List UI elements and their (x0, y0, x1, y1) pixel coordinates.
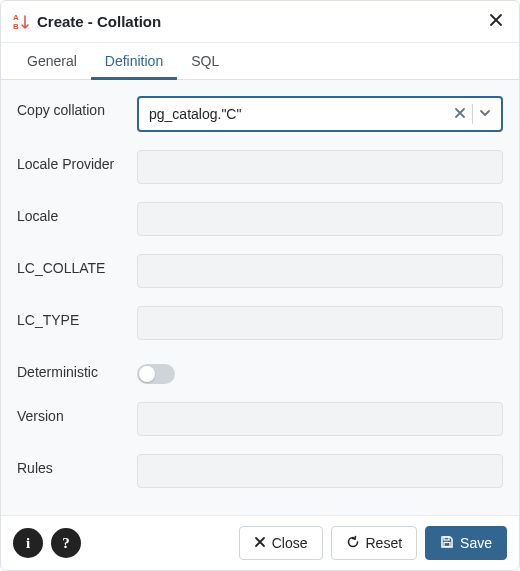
chevron-down-icon (479, 107, 491, 122)
label-copy-collation: Copy collation (17, 96, 137, 120)
save-button-label: Save (460, 535, 492, 551)
tab-bar: General Definition SQL (1, 43, 519, 80)
row-rules: Rules (17, 454, 503, 488)
row-locale-provider: Locale Provider (17, 150, 503, 184)
row-copy-collation: Copy collation pg_catalog."C" (17, 96, 503, 132)
help-button[interactable]: ? (51, 528, 81, 558)
create-collation-dialog: A B Create - Collation General Definitio… (0, 0, 520, 571)
copy-collation-select[interactable]: pg_catalog."C" (137, 96, 503, 132)
reset-icon (346, 535, 360, 552)
copy-collation-value: pg_catalog."C" (149, 106, 450, 122)
tab-definition[interactable]: Definition (91, 43, 177, 80)
label-rules: Rules (17, 454, 137, 478)
copy-collation-clear-button[interactable] (450, 103, 470, 126)
deterministic-toggle[interactable] (137, 364, 175, 384)
close-icon (489, 15, 503, 30)
save-icon (440, 535, 454, 552)
locale-provider-input[interactable] (137, 150, 503, 184)
help-icon: ? (62, 535, 70, 552)
reset-button-label: Reset (366, 535, 403, 551)
tab-general[interactable]: General (13, 43, 91, 80)
dialog-close-button[interactable] (485, 9, 507, 34)
close-icon (254, 535, 266, 551)
dialog-title: Create - Collation (37, 13, 485, 30)
svg-text:B: B (13, 22, 19, 31)
dialog-footer: i ? Close Reset Save (1, 515, 519, 570)
copy-collation-dropdown-button[interactable] (475, 103, 495, 126)
row-lc-type: LC_TYPE (17, 306, 503, 340)
info-icon: i (26, 535, 30, 552)
toggle-knob (139, 366, 155, 382)
label-lc-type: LC_TYPE (17, 306, 137, 330)
tab-sql[interactable]: SQL (177, 43, 233, 80)
row-locale: Locale (17, 202, 503, 236)
label-deterministic: Deterministic (17, 358, 137, 382)
dialog-body: Copy collation pg_catalog."C" (1, 80, 519, 515)
save-button[interactable]: Save (425, 526, 507, 560)
row-lc-collate: LC_COLLATE (17, 254, 503, 288)
locale-input[interactable] (137, 202, 503, 236)
svg-rect-3 (444, 542, 450, 546)
svg-text:A: A (13, 13, 19, 22)
reset-button[interactable]: Reset (331, 526, 418, 560)
svg-rect-2 (444, 537, 449, 540)
lc-type-input[interactable] (137, 306, 503, 340)
label-lc-collate: LC_COLLATE (17, 254, 137, 278)
rules-input[interactable] (137, 454, 503, 488)
row-version: Version (17, 402, 503, 436)
version-input[interactable] (137, 402, 503, 436)
info-button[interactable]: i (13, 528, 43, 558)
select-divider (472, 104, 473, 124)
label-locale: Locale (17, 202, 137, 226)
collation-icon: A B (13, 13, 31, 31)
close-button-label: Close (272, 535, 308, 551)
clear-icon (454, 107, 466, 122)
close-button[interactable]: Close (239, 526, 323, 560)
row-deterministic: Deterministic (17, 358, 503, 384)
lc-collate-input[interactable] (137, 254, 503, 288)
label-locale-provider: Locale Provider (17, 150, 137, 174)
dialog-header: A B Create - Collation (1, 1, 519, 43)
label-version: Version (17, 402, 137, 426)
